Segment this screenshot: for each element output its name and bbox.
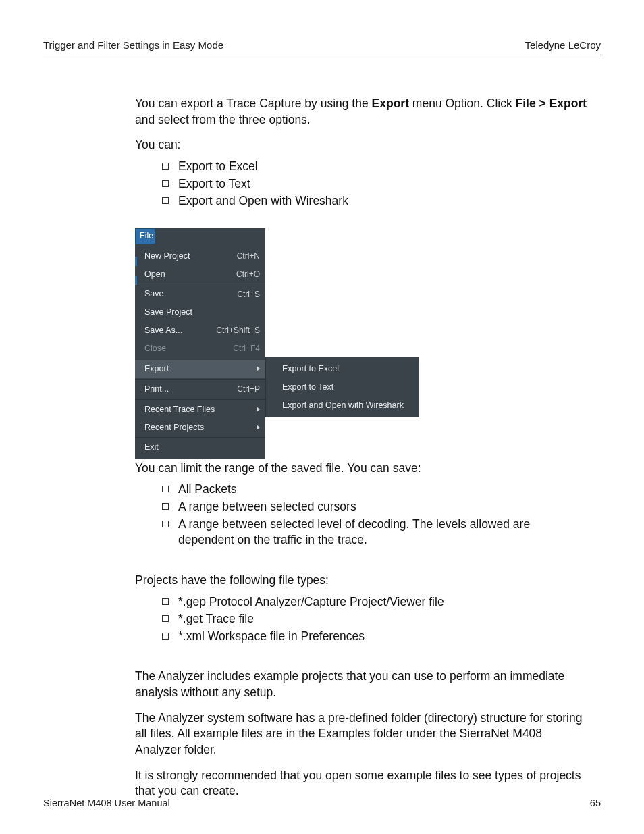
checkbox-bullet-icon — [162, 180, 169, 187]
menu-item-print[interactable]: Print...Ctrl+P — [135, 380, 265, 398]
text: menu Option. Click — [409, 97, 516, 110]
menu-item-save-project[interactable]: Save Project — [135, 303, 265, 321]
menu-item-label: Save Project — [144, 307, 192, 318]
list-item-text: All Packets — [178, 481, 587, 498]
list-item-text: *.gep Protocol Analyzer/Capture Project/… — [178, 594, 587, 610]
menu-item-recent-projects[interactable]: Recent Projects — [135, 419, 265, 437]
menu-item-label: Export to Excel — [282, 363, 339, 375]
header-section-title: Trigger and Filter Settings in Easy Mode — [43, 39, 223, 51]
menu-item-exit[interactable]: Exit — [135, 438, 265, 457]
menu-item-save-as[interactable]: Save As...Ctrl+Shift+S — [135, 321, 265, 340]
menu-item-shortcut: Ctrl+P — [237, 384, 260, 394]
submenu-arrow-icon — [257, 366, 260, 371]
submenu-item-export-wireshark[interactable]: Export and Open with Wireshark — [266, 396, 419, 415]
menu-separator — [135, 437, 265, 438]
checkbox-bullet-icon — [162, 598, 169, 605]
list-item-text: Export to Excel — [178, 159, 587, 175]
closing-paragraph-1: The Analyzer includes example projects t… — [135, 669, 587, 700]
menu-item-shortcut: Ctrl+Shift+S — [216, 325, 260, 336]
list-item-text: Export to Text — [178, 176, 587, 192]
menu-item-label: Save As... — [144, 325, 182, 336]
menu-separator — [135, 399, 265, 400]
menu-item-shortcut: Ctrl+N — [237, 251, 260, 261]
text: You can export a Trace Capture by using … — [135, 97, 372, 110]
checkbox-bullet-icon — [162, 197, 169, 204]
menu-item-shortcut: Ctrl+S — [237, 289, 260, 300]
menu-separator — [135, 359, 265, 359]
menu-item-label: Close — [144, 343, 166, 355]
file-menu-screenshot: File New ProjectCtrl+N OpenCtrl+O SaveCt… — [135, 228, 587, 435]
header-company: Teledyne LeCroy — [525, 39, 601, 51]
export-submenu: Export to Excel Export to Text Export an… — [265, 357, 419, 418]
menu-item-shortcut: Ctrl+O — [236, 269, 260, 280]
page-content: You can export a Trace Capture by using … — [43, 96, 601, 800]
menu-item-label: Open — [144, 269, 165, 280]
text-bold: Export — [372, 97, 409, 110]
menu-item-label: Print... — [144, 384, 169, 395]
file-menu: File New ProjectCtrl+N OpenCtrl+O SaveCt… — [135, 228, 265, 460]
closing-paragraph-3: It is strongly recommended that you open… — [135, 768, 587, 800]
filetypes-list: *.gep Protocol Analyzer/Capture Project/… — [162, 594, 587, 645]
list-item: A range between selected cursors — [162, 499, 587, 515]
menu-separator — [135, 379, 265, 380]
menu-item-label: Recent Projects — [144, 422, 204, 434]
checkbox-bullet-icon — [162, 163, 169, 170]
menu-item-export[interactable]: Export — [135, 360, 265, 378]
list-item: Export to Excel — [162, 159, 587, 175]
list-item: *.gep Protocol Analyzer/Capture Project/… — [162, 594, 587, 610]
file-menu-body: New ProjectCtrl+N OpenCtrl+O SaveCtrl+S … — [135, 244, 265, 460]
file-menu-tab[interactable]: File — [135, 228, 155, 244]
menu-separator — [135, 284, 265, 284]
range-paragraph: You can limit the range of the saved fil… — [135, 461, 587, 477]
checkbox-bullet-icon — [162, 633, 169, 640]
list-item: All Packets — [162, 481, 587, 498]
list-item-text: A range between selected level of decodi… — [178, 517, 587, 548]
text-bold: File > Export — [516, 97, 587, 110]
intro-paragraph-2: You can: — [135, 137, 587, 153]
submenu-arrow-icon — [257, 425, 260, 430]
export-options-list: Export to Excel Export to Text Export an… — [162, 159, 587, 209]
menu-item-save[interactable]: SaveCtrl+S — [135, 285, 265, 303]
page-footer: SierraNet M408 User Manual 65 — [43, 798, 601, 808]
menu-item-recent-trace-files[interactable]: Recent Trace Files — [135, 400, 265, 419]
range-list: All Packets A range between selected cur… — [162, 481, 587, 548]
menu-item-label: Exit — [144, 442, 159, 453]
closing-paragraph-2: The Analyzer system software has a pre-d… — [135, 710, 587, 758]
checkbox-bullet-icon — [162, 521, 169, 527]
menu-item-label: Export — [144, 363, 169, 375]
menu-item-new-project[interactable]: New ProjectCtrl+N — [135, 247, 265, 265]
page-header: Trigger and Filter Settings in Easy Mode… — [43, 39, 601, 55]
submenu-arrow-icon — [257, 407, 260, 412]
menu-item-label: Recent Trace Files — [144, 404, 215, 415]
menu-item-open[interactable]: OpenCtrl+O — [135, 265, 265, 284]
checkbox-bullet-icon — [162, 615, 169, 622]
menu-item-label: Export and Open with Wireshark — [282, 400, 404, 411]
list-item-text: *.xml Workspace file in Preferences — [178, 629, 587, 645]
list-item-text: Export and Open with Wireshark — [178, 193, 587, 209]
list-item-text: *.get Trace file — [178, 611, 587, 627]
intro-paragraph-1: You can export a Trace Capture by using … — [135, 96, 587, 128]
list-item-text: A range between selected cursors — [178, 499, 587, 515]
menu-item-label: New Project — [144, 251, 190, 262]
list-item: *.xml Workspace file in Preferences — [162, 629, 587, 645]
footer-manual-title: SierraNet M408 User Manual — [43, 798, 170, 808]
menu-item-label: Export to Text — [282, 382, 333, 393]
menu-marker-icon — [135, 276, 137, 285]
filetypes-paragraph: Projects have the following file types: — [135, 573, 587, 589]
list-item: Export and Open with Wireshark — [162, 193, 587, 209]
submenu-item-export-excel[interactable]: Export to Excel — [266, 360, 419, 378]
footer-page-number: 65 — [590, 798, 601, 808]
checkbox-bullet-icon — [162, 486, 169, 492]
menu-item-label: Save — [144, 288, 164, 300]
checkbox-bullet-icon — [162, 503, 169, 510]
list-item: *.get Trace file — [162, 611, 587, 627]
menu-marker-icon — [135, 257, 137, 266]
submenu-item-export-text[interactable]: Export to Text — [266, 378, 419, 396]
list-item: A range between selected level of decodi… — [162, 517, 587, 548]
list-item: Export to Text — [162, 176, 587, 192]
text: and select from the three options. — [135, 113, 311, 126]
menu-item-close: CloseCtrl+F4 — [135, 340, 265, 358]
menu-item-shortcut: Ctrl+F4 — [233, 343, 260, 354]
